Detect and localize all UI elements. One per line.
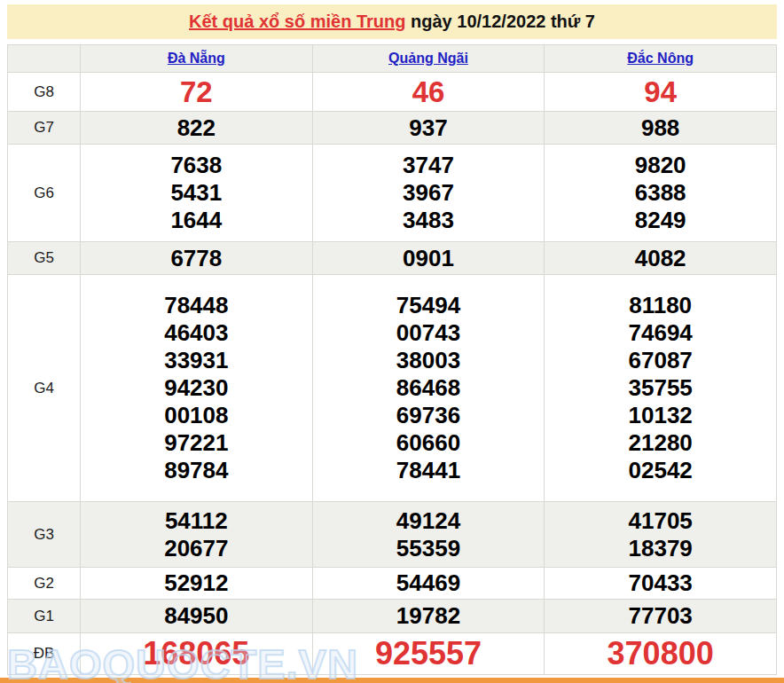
prize-number: 52912 <box>81 569 312 597</box>
prize-number: 822 <box>81 114 312 142</box>
prize-number: 988 <box>545 114 776 142</box>
prize-number: 5431 <box>81 179 312 207</box>
prize-row-G8: G8724694 <box>8 73 777 112</box>
prize-number: 4082 <box>545 245 776 272</box>
prize-row-G5: G5677809014082 <box>8 242 777 275</box>
prize-number: 33931 <box>81 347 312 374</box>
prize-cell-ĐB-col0: 168065 <box>81 633 313 675</box>
prize-cell-G3-col1: 4912455359 <box>312 502 545 568</box>
prize-number: 94 <box>545 75 776 109</box>
prize-number: 78448 <box>81 292 312 319</box>
prize-number: 60660 <box>313 429 545 457</box>
prize-number: 69736 <box>313 402 545 429</box>
prize-row-G6: G6763854311644374739673483982063888249 <box>8 145 777 242</box>
page-title: Kết quả xổ số miền Trung ngày 10/12/2022… <box>189 12 595 32</box>
prize-number: 78441 <box>313 457 545 484</box>
prize-label-ĐB: ĐB <box>8 633 81 675</box>
prize-cell-G4-col0: 78448464033393194230001089722189784 <box>81 275 313 502</box>
prize-number: 937 <box>313 114 545 142</box>
prize-number: 81180 <box>545 292 776 319</box>
bottom-orange-bar <box>0 678 784 683</box>
prize-number: 18379 <box>545 535 776 562</box>
prize-number: 3967 <box>313 179 545 207</box>
prize-number: 72 <box>81 75 312 109</box>
prize-number: 55359 <box>313 535 545 562</box>
prize-number: 35755 <box>545 374 776 402</box>
prize-number: 86468 <box>313 374 545 402</box>
prize-number: 168065 <box>81 635 312 672</box>
prize-row-G4: G478448464033393194230001089722189784754… <box>8 275 777 502</box>
prize-number: 89784 <box>81 457 312 484</box>
prize-number: 67087 <box>545 347 776 374</box>
prize-row-G7: G7822937988 <box>8 112 777 145</box>
prize-label-G1: G1 <box>8 600 81 633</box>
prize-cell-G7-col1: 937 <box>312 112 545 145</box>
column-header-2: Đắc Nông <box>545 45 777 73</box>
prize-number: 94230 <box>81 374 312 402</box>
title-bar: Kết quả xổ số miền Trung ngày 10/12/2022… <box>7 4 777 39</box>
prize-number: 370800 <box>545 635 776 672</box>
prize-cell-G5-col1: 0901 <box>312 242 545 275</box>
prize-cell-G8-col1: 46 <box>312 73 545 112</box>
prize-number: 9820 <box>545 152 776 179</box>
prize-number: 19782 <box>313 602 545 630</box>
title-link[interactable]: Kết quả xổ số miền Trung <box>189 12 405 31</box>
prize-label-G2: G2 <box>8 568 81 600</box>
prize-cell-G2-col2: 70433 <box>545 568 777 600</box>
column-header-0: Đà Nẵng <box>81 45 313 73</box>
prize-cell-G6-col2: 982063888249 <box>545 145 777 242</box>
prize-label-G7: G7 <box>8 112 81 145</box>
column-link-2[interactable]: Đắc Nông <box>627 51 694 66</box>
prize-label-G4: G4 <box>8 275 81 502</box>
prize-cell-G8-col2: 94 <box>545 73 777 112</box>
prize-number: 1644 <box>81 207 312 234</box>
prize-number: 6778 <box>81 245 312 272</box>
column-header-corner <box>8 45 81 73</box>
column-header-1: Quảng Ngãi <box>312 45 545 73</box>
column-link-0[interactable]: Đà Nẵng <box>168 51 225 66</box>
prize-row-G1: G1849501978277703 <box>8 600 777 633</box>
prize-cell-G7-col0: 822 <box>81 112 313 145</box>
prize-cell-G5-col0: 6778 <box>81 242 313 275</box>
prize-number: 00108 <box>81 402 312 429</box>
prize-number: 54469 <box>313 569 545 597</box>
results-table: Đà NẵngQuảng NgãiĐắc Nông G8724694G78229… <box>7 44 777 675</box>
prize-number: 00743 <box>313 319 545 347</box>
prize-label-G3: G3 <box>8 502 81 568</box>
prize-cell-ĐB-col2: 370800 <box>545 633 777 675</box>
prize-row-G2: G2529125446970433 <box>8 568 777 600</box>
prize-cell-G6-col0: 763854311644 <box>81 145 313 242</box>
column-header-row: Đà NẵngQuảng NgãiĐắc Nông <box>8 45 777 73</box>
prize-number: 38003 <box>313 347 545 374</box>
prize-number: 8249 <box>545 207 776 234</box>
title-date-text: ngày 10/12/2022 thứ 7 <box>405 12 595 31</box>
prize-number: 02542 <box>545 457 776 484</box>
prize-cell-G5-col2: 4082 <box>545 242 777 275</box>
column-link-1[interactable]: Quảng Ngãi <box>388 51 468 66</box>
prize-cell-G6-col1: 374739673483 <box>312 145 545 242</box>
prize-number: 10132 <box>545 402 776 429</box>
prize-cell-G1-col2: 77703 <box>545 600 777 633</box>
prize-cell-G4-col2: 81180746946708735755101322128002542 <box>545 275 777 502</box>
prize-cell-G7-col2: 988 <box>545 112 777 145</box>
prize-number: 54112 <box>81 507 312 535</box>
prize-number: 84950 <box>81 602 312 630</box>
prize-number: 21280 <box>545 429 776 457</box>
prize-number: 20677 <box>81 535 312 562</box>
prize-label-G6: G6 <box>8 145 81 242</box>
prize-number: 41705 <box>545 507 776 535</box>
prize-number: 0901 <box>313 245 545 272</box>
prize-number: 74694 <box>545 319 776 347</box>
prize-number: 3483 <box>313 207 545 234</box>
page: Kết quả xổ số miền Trung ngày 10/12/2022… <box>0 4 784 683</box>
prize-cell-G2-col0: 52912 <box>81 568 313 600</box>
prize-cell-G3-col0: 5411220677 <box>81 502 313 568</box>
prize-number: 7638 <box>81 152 312 179</box>
prize-number: 70433 <box>545 569 776 597</box>
prize-cell-G1-col1: 19782 <box>312 600 545 633</box>
prize-cell-ĐB-col1: 925557 <box>312 633 545 675</box>
prize-row-ĐB: ĐB168065925557370800 <box>8 633 777 675</box>
prize-label-G5: G5 <box>8 242 81 275</box>
prize-number: 3747 <box>313 152 545 179</box>
prize-number: 97221 <box>81 429 312 457</box>
